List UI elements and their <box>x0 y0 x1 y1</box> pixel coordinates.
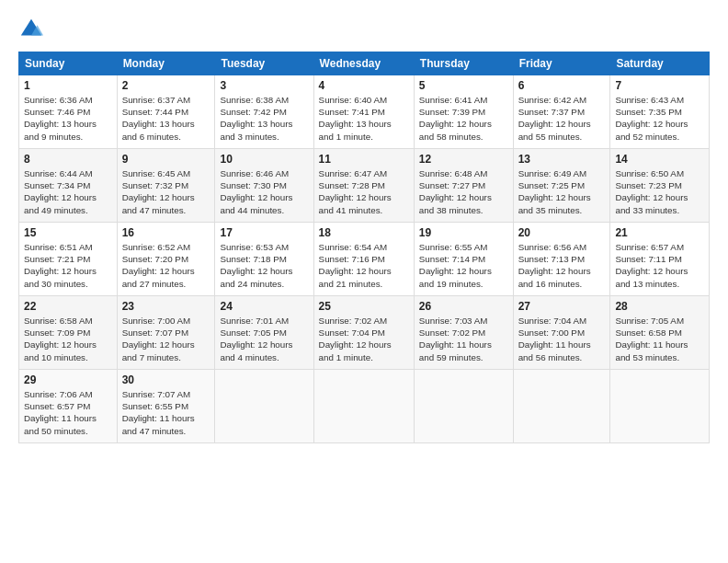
calendar-cell <box>414 370 513 443</box>
calendar-week-4: 22Sunrise: 6:58 AM Sunset: 7:09 PM Dayli… <box>19 296 710 370</box>
calendar-cell: 13Sunrise: 6:49 AM Sunset: 7:25 PM Dayli… <box>513 149 610 223</box>
day-info: Sunrise: 6:54 AM Sunset: 7:16 PM Dayligh… <box>319 241 409 290</box>
logo <box>18 17 48 42</box>
weekday-header-monday: Monday <box>117 52 215 75</box>
day-info: Sunrise: 6:55 AM Sunset: 7:14 PM Dayligh… <box>419 241 508 290</box>
day-number: 14 <box>615 153 704 166</box>
day-number: 10 <box>220 153 308 166</box>
calendar-cell: 28Sunrise: 7:05 AM Sunset: 6:58 PM Dayli… <box>610 296 710 370</box>
day-info: Sunrise: 6:40 AM Sunset: 7:41 PM Dayligh… <box>319 94 409 143</box>
day-number: 20 <box>518 226 606 239</box>
day-info: Sunrise: 6:56 AM Sunset: 7:13 PM Dayligh… <box>518 241 606 290</box>
day-number: 12 <box>419 153 508 166</box>
weekday-header-thursday: Thursday <box>414 52 513 75</box>
day-number: 2 <box>122 79 210 92</box>
calendar-cell: 5Sunrise: 6:41 AM Sunset: 7:39 PM Daylig… <box>414 75 513 149</box>
calendar-cell: 16Sunrise: 6:52 AM Sunset: 7:20 PM Dayli… <box>117 223 215 296</box>
calendar-cell: 1Sunrise: 6:36 AM Sunset: 7:46 PM Daylig… <box>19 75 118 149</box>
calendar-week-3: 15Sunrise: 6:51 AM Sunset: 7:21 PM Dayli… <box>19 223 710 296</box>
header <box>18 17 710 42</box>
calendar-week-5: 29Sunrise: 7:06 AM Sunset: 6:57 PM Dayli… <box>19 370 710 443</box>
calendar-cell: 10Sunrise: 6:46 AM Sunset: 7:30 PM Dayli… <box>215 149 313 223</box>
day-info: Sunrise: 7:01 AM Sunset: 7:05 PM Dayligh… <box>220 315 308 363</box>
day-number: 24 <box>220 300 308 313</box>
day-number: 30 <box>122 373 210 386</box>
day-number: 28 <box>615 300 704 313</box>
calendar-cell: 19Sunrise: 6:55 AM Sunset: 7:14 PM Dayli… <box>414 223 513 296</box>
calendar-cell: 25Sunrise: 7:02 AM Sunset: 7:04 PM Dayli… <box>313 296 414 370</box>
calendar-cell: 27Sunrise: 7:04 AM Sunset: 7:00 PM Dayli… <box>513 296 610 370</box>
calendar-cell: 30Sunrise: 7:07 AM Sunset: 6:55 PM Dayli… <box>117 370 215 443</box>
calendar-cell: 6Sunrise: 6:42 AM Sunset: 7:37 PM Daylig… <box>513 75 610 149</box>
weekday-header-wednesday: Wednesday <box>313 52 414 75</box>
day-number: 26 <box>419 300 508 313</box>
day-info: Sunrise: 6:50 AM Sunset: 7:23 PM Dayligh… <box>615 167 704 216</box>
day-number: 9 <box>122 153 210 166</box>
calendar-cell <box>313 370 414 443</box>
day-number: 11 <box>319 153 409 166</box>
weekday-header-saturday: Saturday <box>610 52 710 75</box>
day-info: Sunrise: 6:43 AM Sunset: 7:35 PM Dayligh… <box>615 94 704 143</box>
day-info: Sunrise: 6:49 AM Sunset: 7:25 PM Dayligh… <box>518 167 606 216</box>
day-number: 16 <box>122 226 210 239</box>
day-number: 17 <box>220 226 308 239</box>
calendar-cell: 17Sunrise: 6:53 AM Sunset: 7:18 PM Dayli… <box>215 223 313 296</box>
day-info: Sunrise: 6:48 AM Sunset: 7:27 PM Dayligh… <box>419 167 508 216</box>
day-info: Sunrise: 6:58 AM Sunset: 7:09 PM Dayligh… <box>24 315 112 363</box>
calendar-week-1: 1Sunrise: 6:36 AM Sunset: 7:46 PM Daylig… <box>19 75 710 149</box>
calendar-body: 1Sunrise: 6:36 AM Sunset: 7:46 PM Daylig… <box>19 75 710 443</box>
calendar-cell <box>215 370 313 443</box>
calendar-table: SundayMondayTuesdayWednesdayThursdayFrid… <box>18 52 710 443</box>
calendar-cell: 2Sunrise: 6:37 AM Sunset: 7:44 PM Daylig… <box>117 75 215 149</box>
calendar-cell: 29Sunrise: 7:06 AM Sunset: 6:57 PM Dayli… <box>19 370 118 443</box>
day-number: 18 <box>319 226 409 239</box>
calendar-cell: 26Sunrise: 7:03 AM Sunset: 7:02 PM Dayli… <box>414 296 513 370</box>
calendar-cell <box>610 370 710 443</box>
day-info: Sunrise: 7:02 AM Sunset: 7:04 PM Dayligh… <box>319 315 409 363</box>
calendar-cell: 22Sunrise: 6:58 AM Sunset: 7:09 PM Dayli… <box>19 296 118 370</box>
day-number: 22 <box>24 300 112 313</box>
calendar-cell: 21Sunrise: 6:57 AM Sunset: 7:11 PM Dayli… <box>610 223 710 296</box>
calendar-cell: 23Sunrise: 7:00 AM Sunset: 7:07 PM Dayli… <box>117 296 215 370</box>
day-info: Sunrise: 6:36 AM Sunset: 7:46 PM Dayligh… <box>24 94 112 143</box>
weekday-header-sunday: Sunday <box>19 52 118 75</box>
calendar-cell: 11Sunrise: 6:47 AM Sunset: 7:28 PM Dayli… <box>313 149 414 223</box>
day-number: 15 <box>24 226 112 239</box>
day-info: Sunrise: 7:06 AM Sunset: 6:57 PM Dayligh… <box>24 388 112 437</box>
day-number: 3 <box>220 79 308 92</box>
day-info: Sunrise: 6:53 AM Sunset: 7:18 PM Dayligh… <box>220 241 308 290</box>
day-info: Sunrise: 7:04 AM Sunset: 7:00 PM Dayligh… <box>518 315 606 363</box>
day-info: Sunrise: 6:51 AM Sunset: 7:21 PM Dayligh… <box>24 241 112 290</box>
day-number: 23 <box>122 300 210 313</box>
day-info: Sunrise: 6:38 AM Sunset: 7:42 PM Dayligh… <box>220 94 308 143</box>
day-number: 5 <box>419 79 508 92</box>
day-info: Sunrise: 7:00 AM Sunset: 7:07 PM Dayligh… <box>122 315 210 363</box>
day-info: Sunrise: 6:57 AM Sunset: 7:11 PM Dayligh… <box>615 241 704 290</box>
calendar-cell: 7Sunrise: 6:43 AM Sunset: 7:35 PM Daylig… <box>610 75 710 149</box>
calendar-cell: 9Sunrise: 6:45 AM Sunset: 7:32 PM Daylig… <box>117 149 215 223</box>
day-info: Sunrise: 7:05 AM Sunset: 6:58 PM Dayligh… <box>615 315 704 363</box>
day-number: 4 <box>319 79 409 92</box>
day-number: 21 <box>615 226 704 239</box>
calendar-cell: 12Sunrise: 6:48 AM Sunset: 7:27 PM Dayli… <box>414 149 513 223</box>
day-number: 27 <box>518 300 606 313</box>
day-number: 1 <box>24 79 112 92</box>
calendar-cell: 4Sunrise: 6:40 AM Sunset: 7:41 PM Daylig… <box>313 75 414 149</box>
day-number: 25 <box>319 300 409 313</box>
day-info: Sunrise: 6:52 AM Sunset: 7:20 PM Dayligh… <box>122 241 210 290</box>
day-info: Sunrise: 6:46 AM Sunset: 7:30 PM Dayligh… <box>220 167 308 216</box>
page: SundayMondayTuesdayWednesdayThursdayFrid… <box>0 0 728 563</box>
logo-icon <box>18 17 44 42</box>
calendar-cell: 24Sunrise: 7:01 AM Sunset: 7:05 PM Dayli… <box>215 296 313 370</box>
day-number: 29 <box>24 373 112 386</box>
day-info: Sunrise: 6:37 AM Sunset: 7:44 PM Dayligh… <box>122 94 210 143</box>
day-number: 6 <box>518 79 606 92</box>
calendar-cell <box>513 370 610 443</box>
calendar-cell: 18Sunrise: 6:54 AM Sunset: 7:16 PM Dayli… <box>313 223 414 296</box>
calendar-cell: 15Sunrise: 6:51 AM Sunset: 7:21 PM Dayli… <box>19 223 118 296</box>
day-number: 8 <box>24 153 112 166</box>
weekday-header-row: SundayMondayTuesdayWednesdayThursdayFrid… <box>19 52 710 75</box>
day-info: Sunrise: 7:03 AM Sunset: 7:02 PM Dayligh… <box>419 315 508 363</box>
day-info: Sunrise: 6:47 AM Sunset: 7:28 PM Dayligh… <box>319 167 409 216</box>
day-number: 19 <box>419 226 508 239</box>
